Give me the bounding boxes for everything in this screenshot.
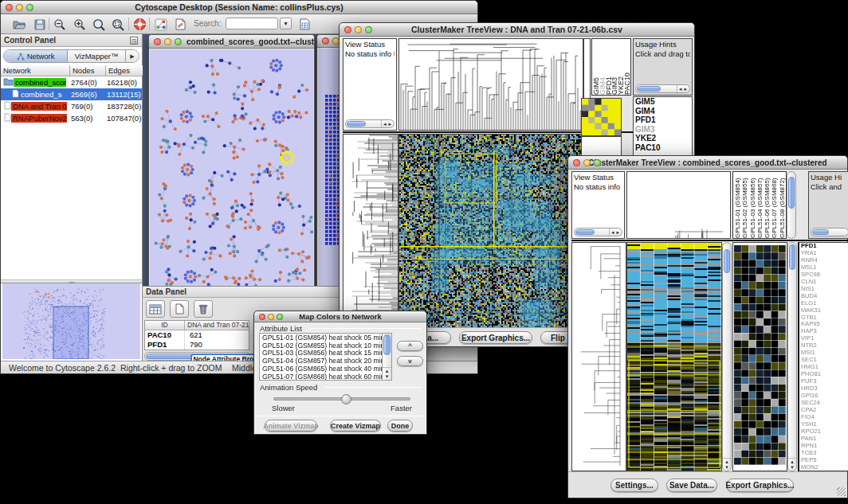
zoom-button[interactable]: [26, 4, 33, 11]
listbox-vscrollbar[interactable]: ▴▾: [382, 334, 391, 380]
open-session-button[interactable]: [10, 17, 28, 32]
arrow-left-icon[interactable]: ◂: [611, 229, 614, 236]
zoom-button[interactable]: [277, 314, 283, 320]
scrollbar-arrows[interactable]: ◂▸: [381, 120, 393, 127]
scrollbar-arrows[interactable]: ▴▾: [723, 458, 731, 470]
settings-button[interactable]: Settings...: [610, 479, 658, 492]
scrollbar-arrows[interactable]: ◂▸: [677, 85, 689, 92]
arrow-right-icon[interactable]: ▸: [684, 86, 687, 92]
tv1-column-dendrogram-canvas[interactable]: [399, 39, 583, 130]
column-label[interactable]: PAC10: [624, 39, 630, 95]
column-header-network[interactable]: Network: [1, 65, 70, 76]
tv2-column-dendrogram-canvas[interactable]: [627, 172, 730, 238]
done-button[interactable]: Done: [387, 420, 413, 432]
close-button[interactable]: [6, 4, 13, 11]
scrollbar-arrows[interactable]: ◂▸: [609, 229, 621, 236]
scrollbar-arrows[interactable]: ▴▾: [383, 367, 391, 379]
minimize-button[interactable]: [268, 314, 274, 320]
network-row-parent[interactable]: combined_scores_ 2764(0) 16218(0): [1, 76, 142, 88]
network1-canvas[interactable]: [150, 49, 313, 286]
tv2-zoom-vscrollbar[interactable]: ▴▾: [787, 242, 797, 471]
move-down-button[interactable]: v: [397, 356, 423, 366]
gene-label[interactable]: GIM3: [634, 125, 692, 135]
gene-label[interactable]: YKE2: [634, 134, 692, 143]
network-row-dna[interactable]: DNA and Tran 07 769(0) 183728(0): [1, 100, 142, 112]
scrollbar-thumb[interactable]: [347, 121, 366, 127]
view-status-hscrollbar[interactable]: ◂▸: [345, 119, 395, 128]
gene-label[interactable]: GIM4: [634, 107, 692, 116]
minimize-button[interactable]: [16, 4, 23, 11]
tab-vizmapper[interactable]: VizMapper™: [68, 50, 126, 62]
column-label[interactable]: GIM4: [599, 39, 606, 95]
column-label[interactable]: GPL51-08 (GSM872): [779, 172, 786, 238]
zoom-selected-button[interactable]: [109, 17, 127, 32]
table-row[interactable]: PAC10 621: [145, 330, 249, 340]
animate-vizmap-button[interactable]: Animate Vizmap: [265, 420, 317, 432]
dialog-titlebar[interactable]: Map Colors to Network: [254, 311, 426, 322]
tab-more-button[interactable]: ▶: [126, 50, 139, 62]
import-table-icon[interactable]: [296, 17, 313, 32]
tv1-row-dendrogram-canvas[interactable]: [344, 135, 398, 328]
network-row-rna[interactable]: RNAPuberNov2+ 563(0) 107847(0): [1, 112, 142, 124]
scrollbar-thumb[interactable]: [575, 229, 595, 235]
zoom-button[interactable]: [365, 26, 372, 33]
view-status-hscrollbar[interactable]: ◂▸: [574, 228, 622, 236]
gene-label[interactable]: MON2: [799, 464, 848, 471]
resize-grip[interactable]: [837, 487, 846, 496]
close-button[interactable]: [573, 159, 580, 166]
column-label[interactable]: GPL51-02 (GSM855): [741, 172, 748, 238]
zoom-in-button[interactable]: [71, 17, 88, 32]
column-header-edges[interactable]: Edges: [106, 65, 143, 76]
column-header-id[interactable]: ID: [145, 321, 185, 330]
tv2-zoom-heatmap-canvas[interactable]: [733, 243, 787, 471]
tv2-heatmap-canvas[interactable]: [627, 243, 721, 471]
close-button[interactable]: [259, 314, 265, 320]
export-graphics-button[interactable]: Export Graphics...: [459, 331, 532, 344]
usage-hints-hscrollbar[interactable]: [811, 228, 848, 236]
column-header-attribute[interactable]: DNA and Tran 07-21-06: [185, 321, 249, 330]
tv1-titlebar[interactable]: ClusterMaker TreeView : DNA and Tran 07-…: [340, 23, 694, 37]
network-row-selected[interactable]: combined_sco 2569(6) 13112(15): [1, 88, 142, 100]
table-row[interactable]: PFD1 790: [145, 340, 249, 350]
column-label[interactable]: GPL51-01 (GSM854): [734, 172, 741, 238]
tv2-heatmap-vscrollbar[interactable]: ▴▾: [722, 242, 732, 471]
search-dropdown-button[interactable]: ▼: [280, 18, 292, 29]
tv2-titlebar[interactable]: ClusterMaker TreeView : combined_scores_…: [568, 156, 847, 170]
scrollbar-thumb[interactable]: [789, 244, 795, 270]
tv2-row-dendrogram-canvas[interactable]: [572, 243, 626, 471]
minimize-button[interactable]: [355, 26, 362, 33]
usage-hints-hscrollbar[interactable]: ◂▸: [635, 84, 690, 93]
tv1-zoom-matrix-canvas[interactable]: [582, 99, 621, 135]
float-panel-icon[interactable]: ◳: [130, 37, 138, 45]
minimize-button[interactable]: [164, 38, 171, 45]
help-icon[interactable]: [131, 17, 148, 32]
gene-label[interactable]: PFD1: [634, 115, 692, 125]
create-attribute-button[interactable]: [170, 300, 189, 318]
scrollbar-thumb[interactable]: [788, 177, 795, 209]
zoom-fit-button[interactable]: [90, 17, 108, 32]
column-label[interactable]: GPL51-07 (GSM868): [771, 172, 778, 238]
column-label[interactable]: YKE2: [618, 39, 624, 95]
scrollbar-thumb[interactable]: [812, 229, 829, 235]
move-up-button[interactable]: ^: [397, 341, 423, 351]
tab-network[interactable]: Network: [4, 50, 68, 62]
close-button[interactable]: [154, 38, 161, 45]
close-button[interactable]: [322, 37, 329, 45]
column-label[interactable]: GPL51-06 (GSM865): [764, 172, 771, 238]
search-input[interactable]: [226, 18, 278, 29]
save-session-button[interactable]: [31, 17, 49, 32]
scrollbar-thumb[interactable]: [383, 334, 391, 355]
network1-titlebar[interactable]: combined_scores_good.txt--cluste...: [149, 35, 314, 49]
scrollbar-thumb[interactable]: [724, 249, 730, 273]
zoom-button[interactable]: [175, 38, 182, 45]
gene-label[interactable]: PAC10: [634, 143, 692, 153]
slider-thumb[interactable]: [341, 394, 351, 404]
scrollbar-arrows[interactable]: ▴▾: [788, 458, 796, 470]
main-titlebar[interactable]: Cytoscape Desktop (Session Name: collins…: [1, 1, 477, 14]
column-label[interactable]: GIM5: [593, 39, 599, 95]
overview-thumbnail-canvas[interactable]: [4, 284, 139, 359]
arrow-left-icon[interactable]: ◂: [679, 86, 682, 92]
export-graphics-button[interactable]: Export Graphics...: [726, 479, 794, 492]
tv2-labels-vscrollbar[interactable]: [787, 171, 796, 239]
arrow-right-icon[interactable]: ▸: [616, 229, 619, 236]
